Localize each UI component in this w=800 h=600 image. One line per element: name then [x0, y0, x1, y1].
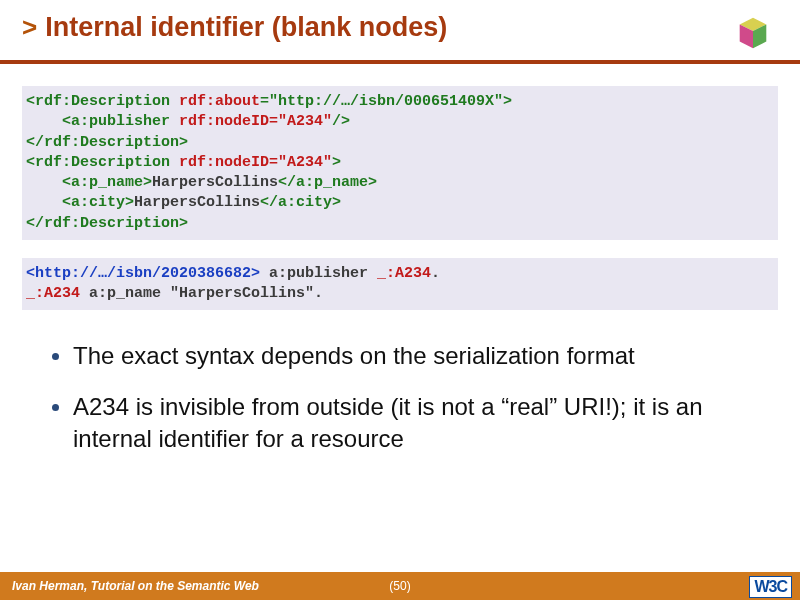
page-number: (50): [389, 579, 410, 593]
code-token: />: [332, 113, 350, 130]
code-token: >: [332, 154, 341, 171]
code-token: _:A234: [377, 265, 431, 282]
header-divider: [0, 60, 800, 64]
bullet-text: A234 is invisible from outside (it is no…: [73, 391, 778, 456]
code-block-turtle: <http://…/isbn/2020386682> a:publisher _…: [22, 258, 778, 311]
code-token: .: [431, 265, 440, 282]
code-token: <http://…/isbn/2020386682>: [26, 265, 260, 282]
code-token: "HarpersCollins".: [170, 285, 323, 302]
code-token: <rdf:Description: [26, 93, 179, 110]
list-item: The exact syntax depends on the serializ…: [32, 340, 778, 372]
slide-footer: Ivan Herman, Tutorial on the Semantic We…: [0, 572, 800, 600]
code-block-rdfxml: <rdf:Description rdf:about="http://…/isb…: [22, 86, 778, 240]
code-token: a:p_name: [80, 285, 170, 302]
code-token: </rdf:Description>: [26, 215, 188, 232]
code-token: rdf:nodeID="A234": [179, 154, 332, 171]
footer-author: Ivan Herman, Tutorial on the Semantic We…: [12, 579, 259, 593]
title-wrap: > Internal identifier (blank nodes): [22, 12, 447, 43]
w3c-logo-text: W3C: [749, 576, 792, 598]
code-token: rdf:nodeID="A234": [179, 113, 332, 130]
slide-header: > Internal identifier (blank nodes): [0, 0, 800, 60]
slide-content: <rdf:Description rdf:about="http://…/isb…: [0, 86, 800, 455]
code-token: </rdf:Description>: [26, 134, 188, 151]
code-token: a:publisher: [260, 265, 377, 282]
code-token: </a:p_name>: [278, 174, 377, 191]
bullet-icon: [52, 353, 59, 360]
code-token: <a:p_name>: [26, 174, 152, 191]
code-token: <a:city>: [26, 194, 134, 211]
bullet-text: The exact syntax depends on the serializ…: [73, 340, 635, 372]
bullet-list: The exact syntax depends on the serializ…: [22, 340, 778, 455]
code-token: ="http://…/isbn/000651409X">: [260, 93, 512, 110]
bullet-icon: [52, 404, 59, 411]
list-item: A234 is invisible from outside (it is no…: [32, 391, 778, 456]
w3c-logo: W3C: [749, 576, 792, 598]
code-token: </a:city>: [260, 194, 341, 211]
page-title: Internal identifier (blank nodes): [45, 12, 447, 43]
chevron-icon: >: [22, 12, 37, 43]
code-token: _:A234: [26, 285, 80, 302]
code-token: HarpersCollins: [134, 194, 260, 211]
code-token: rdf:about: [179, 93, 260, 110]
code-token: HarpersCollins: [152, 174, 278, 191]
cube-icon: [734, 14, 772, 52]
code-token: <a:publisher: [26, 113, 179, 130]
code-token: <rdf:Description: [26, 154, 179, 171]
